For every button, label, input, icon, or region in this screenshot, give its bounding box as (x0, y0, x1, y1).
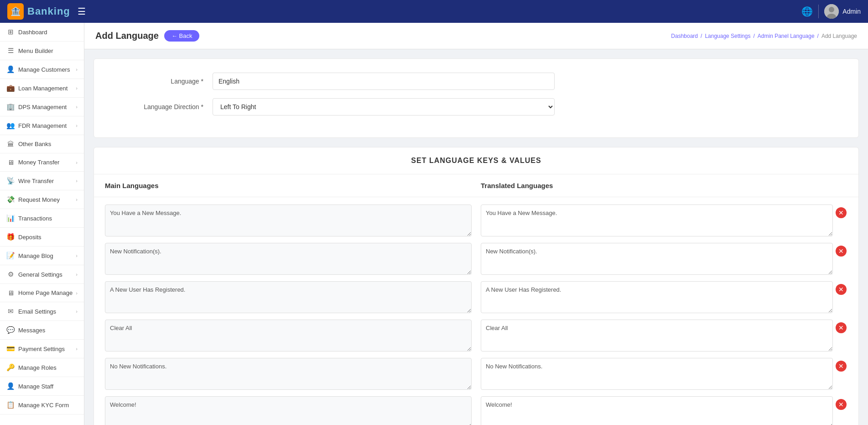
sidebar-icon-fdr-management: 👥 (6, 121, 15, 130)
main-lang-textarea-4[interactable]: No New Notifications. (105, 358, 472, 390)
sidebar-item-left-email-settings: ✉ Email Settings (6, 307, 56, 315)
sidebar-arrow-general-settings: › (76, 272, 78, 277)
breadcrumb-admin-panel-language[interactable]: Admin Panel Language (758, 33, 815, 39)
header-left: 🏦 Banking ☰ (7, 3, 86, 20)
header-divider (818, 5, 819, 18)
translated-lang-textarea-2[interactable]: A New User Has Registered. (481, 281, 833, 313)
sidebar-item-menu-builder[interactable]: ☰ Menu Builder (0, 42, 84, 60)
sidebar-item-request-money[interactable]: 💸 Request Money › (0, 190, 84, 209)
clear-button-4[interactable]: ✕ (836, 361, 847, 372)
sidebar-item-transactions[interactable]: 📊 Transactions (0, 209, 84, 228)
page-title: Add Language (95, 31, 159, 41)
language-input[interactable] (213, 73, 555, 90)
main-lang-textarea-1[interactable]: New Notification(s). (105, 243, 472, 275)
translated-lang-textarea-3[interactable]: Clear All (481, 320, 833, 352)
sidebar-item-general-settings[interactable]: ⚙ General Settings › (0, 265, 84, 284)
clear-button-5[interactable]: ✕ (836, 399, 847, 410)
clear-button-3[interactable]: ✕ (836, 322, 847, 333)
lang-keys-section: SET LANGUAGE KEYS & VALUES Main Language… (94, 147, 859, 425)
sidebar-item-manage-staff[interactable]: 👤 Manage Staff (0, 377, 84, 396)
sidebar-label-fdr-management: FDR Management (18, 122, 67, 129)
sidebar-item-left-menu-builder: ☰ Menu Builder (6, 47, 53, 55)
main-lang-textarea-0[interactable]: You Have a New Message. (105, 205, 472, 236)
sidebar-icon-manage-blog: 📝 (6, 252, 15, 260)
sidebar-label-payment-settings: Payment Settings (18, 346, 65, 352)
sidebar-icon-manage-staff: 👤 (6, 382, 15, 390)
sidebar-item-fdr-management[interactable]: 👥 FDR Management › (0, 116, 84, 135)
clear-button-1[interactable]: ✕ (836, 246, 847, 257)
sidebar-item-deposits[interactable]: 🎁 Deposits (0, 228, 84, 247)
language-label: Language * (112, 78, 203, 85)
sidebar-icon-manage-roles: 🔑 (6, 363, 15, 372)
table-row: A New User Has Registered. A New User Ha… (105, 281, 847, 313)
sidebar-item-left-money-transfer: 🖥 Money Transfer (6, 158, 59, 166)
sidebar-item-other-banks[interactable]: 🏛 Other Banks (0, 135, 84, 153)
sidebar-icon-manage-customers: 👤 (6, 65, 15, 73)
translated-lang-textarea-1[interactable]: New Notification(s). (481, 243, 833, 275)
main-lang-textarea-2[interactable]: A New User Has Registered. (105, 281, 472, 313)
sidebar-item-dashboard[interactable]: ⊞ Dashboard (0, 23, 84, 42)
sidebar-item-wire-transfer[interactable]: 📡 Wire Transfer › (0, 172, 84, 190)
translated-col-title: Translated Languages (481, 182, 847, 189)
breadcrumb: Dashboard / Language Settings / Admin Pa… (671, 33, 857, 39)
language-direction-select[interactable]: Left To Right Right To Left (213, 98, 555, 115)
sidebar-arrow-home-page-manage: › (76, 290, 78, 296)
translated-lang-textarea-0[interactable]: You Have a New Message. (481, 205, 833, 236)
main-lang-textarea-3[interactable]: Clear All (105, 320, 472, 352)
sidebar-item-manage-roles[interactable]: 🔑 Manage Roles (0, 358, 84, 377)
translated-lang-textarea-5[interactable]: Welcome! (481, 396, 833, 425)
form-section: Language * Language Direction * Left To … (94, 58, 859, 138)
sidebar-arrow-loan-management: › (76, 85, 78, 91)
sidebar-arrow-email-settings: › (76, 309, 78, 314)
sidebar-item-left-wire-transfer: 📡 Wire Transfer (6, 177, 54, 185)
sidebar-item-money-transfer[interactable]: 🖥 Money Transfer › (0, 153, 84, 172)
sidebar-arrow-payment-settings: › (76, 346, 78, 352)
sidebar-item-left-home-page-manage: 🖥 Home Page Manage (6, 289, 73, 297)
sidebar-label-manage-kyc-form: Manage KYC Form (18, 402, 69, 409)
sidebar-item-left-fdr-management: 👥 FDR Management (6, 121, 67, 130)
hamburger-icon[interactable]: ☰ (78, 6, 86, 17)
lang-keys-header: Main Languages Translated Languages (94, 174, 858, 197)
svg-point-1 (829, 7, 834, 12)
top-header: 🏦 Banking ☰ 🌐 Admin (0, 0, 868, 23)
main-lang-textarea-5[interactable]: Welcome! (105, 396, 472, 425)
sidebar-item-home-page-manage[interactable]: 🖥 Home Page Manage › (0, 284, 84, 302)
sidebar-item-manage-blog[interactable]: 📝 Manage Blog › (0, 247, 84, 265)
sidebar-item-manage-customers[interactable]: 👤 Manage Customers › (0, 60, 84, 79)
sidebar-label-loan-management: Loan Management (18, 85, 68, 92)
table-row: Welcome! Welcome! ✕ (105, 396, 847, 425)
admin-area[interactable]: Admin (824, 4, 861, 19)
sidebar-item-messages[interactable]: 💬 Messages (0, 321, 84, 340)
breadcrumb-language-settings[interactable]: Language Settings (705, 33, 750, 39)
sidebar-label-wire-transfer: Wire Transfer (18, 178, 54, 184)
clear-button-2[interactable]: ✕ (836, 284, 847, 295)
sidebar-item-dps-management[interactable]: 🏢 DPS Management › (0, 98, 84, 116)
translated-lang-textarea-4[interactable]: No New Notifications. (481, 358, 833, 390)
sidebar-label-manage-blog: Manage Blog (18, 252, 53, 259)
table-row: New Notification(s). New Notification(s)… (105, 243, 847, 275)
sidebar-icon-deposits: 🎁 (6, 233, 15, 241)
sidebar-icon-email-settings: ✉ (6, 307, 15, 315)
sidebar-icon-money-transfer: 🖥 (6, 158, 15, 166)
clear-button-0[interactable]: ✕ (836, 207, 847, 218)
breadcrumb-dashboard[interactable]: Dashboard (671, 33, 698, 39)
table-row: Clear All Clear All ✕ (105, 320, 847, 352)
sidebar-icon-request-money: 💸 (6, 195, 15, 204)
sidebar-item-manage-kyc-form[interactable]: 📋 Manage KYC Form (0, 396, 84, 415)
sidebar-item-payment-settings[interactable]: 💳 Payment Settings › (0, 340, 84, 358)
sidebar-item-left-manage-kyc-form: 📋 Manage KYC Form (6, 401, 69, 409)
avatar (824, 4, 839, 19)
lang-keys-title: SET LANGUAGE KEYS & VALUES (94, 147, 858, 174)
sidebar-item-email-settings[interactable]: ✉ Email Settings › (0, 302, 84, 321)
sidebar-arrow-dps-management: › (76, 104, 78, 110)
globe-icon[interactable]: 🌐 (801, 6, 813, 17)
sidebar-item-left-dps-management: 🏢 DPS Management (6, 103, 67, 111)
sidebar-item-loan-management[interactable]: 💼 Loan Management › (0, 79, 84, 98)
sidebar-arrow-manage-blog: › (76, 253, 78, 258)
back-button[interactable]: ← Back (164, 30, 200, 42)
sidebar-label-dashboard: Dashboard (18, 29, 47, 36)
sidebar-icon-home-page-manage: 🖥 (6, 289, 15, 297)
sidebar-item-left-deposits: 🎁 Deposits (6, 233, 42, 241)
sidebar-arrow-manage-customers: › (76, 67, 78, 72)
sidebar-icon-dashboard: ⊞ (6, 28, 15, 36)
